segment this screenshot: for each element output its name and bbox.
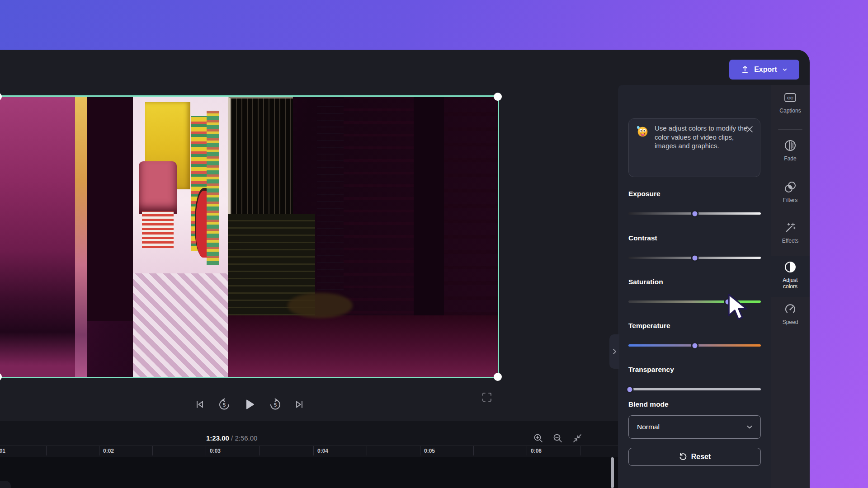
tip-card: Use adjust colors to modify the color va… (628, 118, 760, 177)
tool-label: Adjust colors (776, 277, 804, 290)
exposure-slider-row: Exposure (628, 190, 761, 221)
ruler-tick (259, 446, 260, 455)
skip-to-end-button[interactable] (294, 399, 305, 410)
fade-icon (784, 139, 797, 152)
collapse-panel-button[interactable] (609, 334, 619, 369)
svg-text:5: 5 (274, 402, 276, 408)
blend-mode-dropdown[interactable]: Normal (628, 415, 761, 439)
filters-icon (784, 181, 797, 193)
blend-mode-value: Normal (637, 423, 660, 431)
ruler-label: 0:06 (531, 448, 542, 454)
video-preview-frame[interactable] (0, 95, 499, 378)
zoom-out-icon[interactable] (552, 433, 563, 444)
contrast-slider-row: Contrast (628, 234, 761, 266)
forward-5-seconds-button[interactable]: 5 (269, 398, 282, 411)
saturation-slider-row: Saturation (628, 278, 761, 310)
ruler-label: 0:04 (317, 448, 328, 454)
tool-filters[interactable]: Filters (771, 181, 810, 203)
captions-icon: CC (783, 91, 797, 104)
timeline-scrollbar[interactable] (611, 457, 614, 488)
reset-icon (679, 453, 687, 461)
resize-handle-top-right[interactable] (494, 93, 502, 101)
saturation-slider-track[interactable] (628, 300, 761, 303)
svg-text:CC: CC (787, 95, 793, 100)
timeline-zoom-controls (533, 433, 583, 444)
transparency-slider-row: Transparency (628, 366, 761, 397)
total-time: 2:56.00 (235, 434, 257, 442)
close-icon[interactable] (746, 126, 753, 133)
chevron-down-icon (782, 66, 788, 73)
tool-captions[interactable]: CC Captions (771, 91, 810, 114)
contrast-slider-thumb[interactable] (691, 254, 698, 262)
resize-handle-bottom-right[interactable] (494, 373, 502, 381)
fit-to-screen-icon[interactable] (572, 433, 583, 444)
ruler-label: 0:02 (103, 448, 114, 454)
zoom-in-icon[interactable] (533, 433, 544, 444)
ruler-label: 0:05 (424, 448, 435, 454)
timeline-clip[interactable] (0, 481, 11, 488)
ruler-tick (527, 446, 527, 455)
blend-mode-label: Blend mode (628, 400, 669, 408)
tool-label: Effects (782, 238, 798, 244)
tool-label: Captions (779, 108, 801, 114)
temperature-slider-track[interactable] (628, 344, 761, 347)
contrast-slider-track[interactable] (628, 257, 761, 259)
timeline-track-area[interactable] (0, 457, 618, 488)
ruler-tick (99, 446, 99, 455)
exposure-slider-thumb[interactable] (691, 210, 698, 217)
tool-adjust-colors[interactable]: Adjust colors (771, 261, 810, 290)
ruler-label: 0:01 (0, 448, 5, 454)
tool-fade[interactable]: Fade (771, 139, 810, 162)
timecode-display: 1:23.00 / 2:56.00 (206, 434, 257, 442)
skip-to-start-button[interactable] (194, 399, 205, 410)
temperature-label: Temperature (628, 322, 761, 330)
tool-label: Filters (783, 197, 798, 203)
screen: Export (0, 0, 868, 488)
temperature-slider-row: Temperature (628, 322, 761, 353)
ruler-tick (367, 446, 367, 455)
ruler-tick (313, 446, 314, 455)
tool-label: Fade (784, 155, 796, 162)
tool-speed[interactable]: Speed (771, 303, 810, 325)
transparency-label: Transparency (628, 366, 761, 374)
reset-button[interactable]: Reset (628, 448, 761, 466)
timeline-header[interactable]: 1:23.00 / 2:56.00 0:01 0:02 0:03 (0, 421, 618, 457)
chevron-down-icon (746, 423, 753, 431)
ruler-tick (46, 446, 47, 455)
ruler-tick (473, 446, 474, 455)
transport-controls: 5 5 (194, 397, 305, 412)
saturation-label: Saturation (628, 278, 761, 286)
ruler-tick (580, 446, 580, 455)
tool-effects[interactable]: Effects (771, 221, 810, 244)
contrast-label: Contrast (628, 234, 761, 242)
current-time: 1:23.00 (206, 434, 229, 442)
ruler-tick (206, 446, 206, 455)
rail-divider (778, 129, 802, 130)
rewind-5-seconds-button[interactable]: 5 (217, 398, 231, 411)
exposure-slider-track[interactable] (628, 212, 761, 215)
effects-icon (784, 221, 797, 234)
saturation-slider-thumb[interactable] (724, 298, 731, 305)
exposure-label: Exposure (628, 190, 761, 198)
transparency-slider-track[interactable] (628, 388, 761, 390)
adjust-colors-panel: Use adjust colors to modify the color va… (618, 85, 771, 488)
tip-text: Use adjust colors to modify the color va… (655, 124, 750, 150)
adjust-colors-icon (784, 261, 797, 273)
fullscreen-icon[interactable] (481, 391, 493, 403)
smiling-face-with-sweat-emoji (636, 125, 648, 137)
speed-icon (784, 303, 797, 315)
upload-icon (741, 65, 750, 74)
tool-label: Speed (783, 319, 798, 325)
ruler-tick (420, 446, 420, 455)
reset-label: Reset (691, 453, 711, 461)
editor-window: Export (0, 50, 810, 488)
transparency-slider-thumb[interactable] (626, 385, 633, 393)
play-button[interactable] (243, 398, 256, 411)
ruler-tick (152, 446, 153, 455)
ruler-divider (0, 446, 618, 446)
ruler-label: 0:03 (210, 448, 221, 454)
export-label: Export (754, 66, 777, 74)
tool-rail: CC Captions Fade Filters (771, 85, 810, 488)
export-button[interactable]: Export (729, 60, 799, 80)
temperature-slider-thumb[interactable] (691, 342, 698, 349)
